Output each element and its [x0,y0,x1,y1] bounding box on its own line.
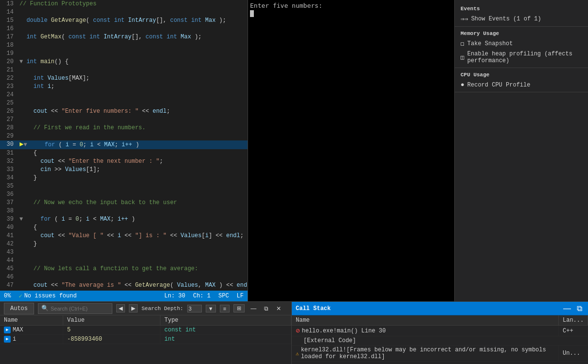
panel-item[interactable]: ◫Enable heap profiling (affects performa… [455,49,588,66]
token: cout [34,108,48,115]
close-autos-button[interactable]: ✕ [274,304,283,313]
code-line-24[interactable]: 24 [0,91,248,99]
code-line-41[interactable]: 41 cout << "Value [ " << i << "] is : " … [0,232,248,240]
depth-down-button[interactable]: ▼ [206,305,216,312]
line-content-37: // Now we echo the input back to the use… [18,199,248,207]
fold-icon-30[interactable]: ▼ [23,141,27,148]
minimize-callstack-button[interactable]: — [561,304,573,313]
panel-item[interactable]: ⇒⇒Show Events (1 of 1) [455,14,588,24]
code-line-38[interactable]: 38 [0,207,248,215]
code-line-16[interactable]: 16 [0,25,248,33]
search-input[interactable] [51,306,109,312]
float-autos-button[interactable]: ⧉ [262,304,270,313]
code-line-13[interactable]: 13// Function Prototypes [0,0,248,8]
autos-search-box[interactable]: 🔍 [38,303,112,314]
autos-row[interactable]: ▶ MAX5const int [0,326,291,335]
nav-back-button[interactable]: ◀ [116,304,125,312]
token: << [167,232,181,239]
panel-item-label: Enable heap profiling (affects performan… [467,51,582,64]
code-line-42[interactable]: 42 } [0,240,248,248]
code-line-43[interactable]: 43 [0,248,248,257]
code-line-21[interactable]: 21 [0,66,248,74]
token: , [163,17,170,24]
position: Ln: 30 [164,293,185,299]
code-line-23[interactable]: 23 int i; [0,83,248,91]
fold-icon-39[interactable]: ▼ [19,216,23,223]
search-depth-input[interactable] [187,305,202,312]
code-line-19[interactable]: 19 [0,50,248,58]
autos-tab[interactable]: Autos [4,303,34,314]
token: MAX [205,282,216,289]
token: i++ [118,216,128,223]
token: const [145,34,163,40]
callstack-external-label: [External Code] [292,336,588,345]
float-callstack-button[interactable]: ⧉ [575,304,584,313]
line-content-34: } [18,174,248,182]
panel-section-title: CPU Usage [455,70,588,80]
code-line-20[interactable]: 20▼ int main() { [0,58,248,66]
code-line-25[interactable]: 25 [0,99,248,107]
line-number-33: 33 [0,166,18,174]
minimize-autos-button[interactable]: — [249,304,258,313]
token: MAX [104,141,115,148]
fold-icon-20[interactable]: ▼ [19,58,23,65]
code-line-46[interactable]: 46 [0,273,248,281]
token: 0 [80,141,83,148]
code-line-34[interactable]: 34 } [0,174,248,182]
code-line-14[interactable]: 14 [0,8,248,17]
code-line-29[interactable]: 29 [0,132,248,140]
code-line-15[interactable]: 15 double GetAverage( const int IntArray… [0,17,248,25]
callstack-external-row: [External Code] [292,336,588,346]
line-number-24: 24 [0,91,18,99]
code-line-26[interactable]: 26 cout << "Enter five numbers: " << end… [0,107,248,116]
token: GetMax [40,34,61,40]
line-number-29: 29 [0,132,18,140]
callstack-row[interactable]: ⊘ hello.exe!main() Line 30C++ [292,326,588,336]
code-line-45[interactable]: 45 // Now lets call a function to get th… [0,265,248,273]
code-line-40[interactable]: 40 { [0,224,248,232]
code-line-32[interactable]: 32 cout << "Enter the next number : "; [0,157,248,166]
code-line-30[interactable]: 30►▼ for ( i = 0; i < MAX; i++ ) [0,140,248,149]
code-line-22[interactable]: 22 int Values[MAX]; [0,74,248,83]
line-content-17: int GetMax( const int IntArray[], const … [18,33,248,41]
code-line-37[interactable]: 37 // Now we echo the input back to the … [0,199,248,207]
autos-cell-value: 5 [63,326,160,334]
code-line-39[interactable]: 39▼ for ( i = 0; i < MAX; i++ ) [0,215,248,224]
token: double [26,17,47,24]
code-line-31[interactable]: 31 { [0,149,248,157]
line-content-44 [18,257,248,265]
code-line-17[interactable]: 17 int GetMax( const int IntArray[], con… [0,33,248,41]
line-number-15: 15 [0,17,18,25]
token: = [65,216,76,223]
panel-section-title: Events [455,4,588,14]
panel-item[interactable]: ●Record CPU Profile [455,80,588,90]
callstack-warning-name: ⚠ kernel32.dll![Frames below may be inco… [292,346,559,361]
token: << [48,282,62,289]
code-line-28[interactable]: 28 // First we read in the numbers. [0,124,248,132]
code-line-35[interactable]: 35 [0,182,248,191]
autos-row[interactable]: ▶ i-858993460int [0,335,291,344]
code-line-18[interactable]: 18 [0,41,248,50]
code-line-36[interactable]: 36 [0,191,248,199]
code-line-33[interactable]: 33 cin >> Values[1]; [0,166,248,174]
right-panel-scroll: Events⇒⇒Show Events (1 of 1)Memory Usage… [455,0,588,301]
callstack-col-lang: Lan... [559,315,588,325]
token: { [34,150,37,156]
line-content-24 [18,91,248,99]
filter-icon-button[interactable]: ≡ [220,305,230,312]
nav-forward-button[interactable]: ▶ [129,304,138,312]
token: cout [40,158,54,165]
code-line-44[interactable]: 44 [0,257,248,265]
code-editor[interactable]: 13// Function Prototypes1415 double GetA… [0,0,248,301]
line-content-39: ▼ for ( i = 0; i < MAX; i++ ) [18,215,248,224]
panel-item[interactable]: ◻Take Snapshot [455,38,588,49]
line-content-21 [18,66,248,74]
code-line-27[interactable]: 27 [0,116,248,124]
grid-icon-button[interactable]: ⊞ [233,304,245,312]
line-number-41: 41 [0,232,18,240]
token: << [54,158,69,165]
status-bar: 0% ✓ No issues found Ln: 30 Ch: 1 SPC LF [0,291,248,301]
line-content-27 [18,116,248,124]
code-line-47[interactable]: 47 cout << "The average is " << GetAvera… [0,281,248,290]
token: << [48,108,62,115]
